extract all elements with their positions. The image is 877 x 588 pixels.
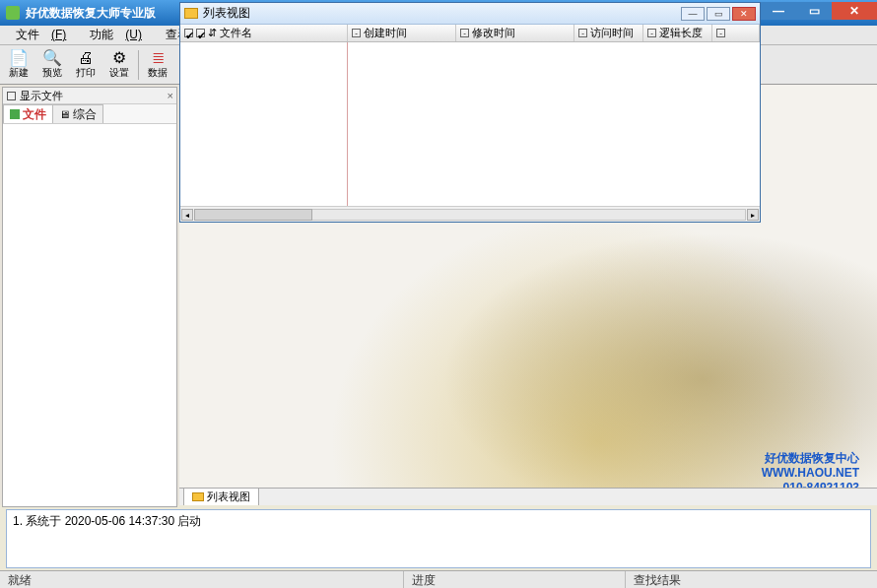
left-panel-close-button[interactable]: × (168, 90, 173, 101)
collapse-icon: - (460, 29, 469, 37)
menu-func[interactable]: 功能(U) (78, 25, 154, 45)
col-extra[interactable]: - (712, 25, 760, 41)
tb-new[interactable]: 📄新建 (2, 47, 35, 83)
child-window-icon (184, 8, 198, 19)
content-bottom-tabs: 列表视图 (179, 488, 877, 505)
tb-data[interactable]: ≣数据 (141, 47, 174, 83)
print-icon: 🖨 (78, 50, 94, 66)
collapse-icon: - (716, 29, 725, 37)
child-minimize-button[interactable]: — (681, 7, 705, 21)
tab-file[interactable]: 文件 (3, 104, 53, 123)
scroll-thumb[interactable] (194, 209, 312, 221)
listview-hscrollbar[interactable]: ◂ ▸ (180, 206, 760, 222)
tb-settings[interactable]: ⚙设置 (102, 47, 136, 83)
child-maximize-button[interactable]: ▭ (707, 7, 730, 21)
collapse-icon: - (647, 29, 656, 37)
status-result: 查找结果 (626, 571, 877, 588)
child-window-title: 列表视图 (203, 5, 250, 22)
window-title: 好优数据恢复大师专业版 (26, 5, 156, 22)
listview-tab-icon (192, 492, 204, 501)
left-panel-tabs: 文件 🖥综合 (3, 104, 176, 124)
tab-compre[interactable]: 🖥综合 (52, 104, 103, 123)
col-lsize[interactable]: -逻辑长度 (643, 25, 712, 41)
sort-icon: ⇵ (208, 27, 217, 39)
col-ctime[interactable]: -创建时间 (348, 25, 456, 41)
scroll-left-button[interactable]: ◂ (181, 209, 193, 221)
checkbox-icon[interactable]: ✔ (196, 29, 205, 37)
listview-left-pane (180, 42, 348, 206)
app-icon (6, 6, 20, 20)
log-line: 1. 系统于 2020-05-06 14:37:30 启动 (13, 513, 864, 530)
settings-icon: ⚙ (112, 50, 126, 66)
toolbar-separator (138, 50, 139, 80)
log-panel: 1. 系统于 2020-05-06 14:37:30 启动 (6, 509, 871, 568)
compre-tab-icon: 🖥 (59, 108, 70, 120)
listview-header: ✔ ✔ ⇵ 文件名 -创建时间 -修改时间 -访问时间 -逻辑长度 - (180, 25, 760, 42)
left-panel-title: 显示文件 (20, 89, 63, 103)
listview-right-pane (348, 42, 760, 206)
status-bar: 就绪 进度 查找结果 (0, 570, 877, 588)
preview-icon: 🔍 (42, 50, 62, 66)
file-tab-icon (10, 109, 20, 119)
listview-child-window: 列表视图 — ▭ ✕ ✔ ✔ ⇵ 文件名 -创建时间 -修改时间 -访问时间 -… (179, 2, 761, 223)
menu-file[interactable]: 文件(F) (4, 25, 78, 45)
window-maximize-button[interactable]: ▭ (796, 2, 832, 20)
col-filename[interactable]: ✔ ✔ ⇵ 文件名 (180, 25, 348, 41)
left-panel-header: 显示文件 × (3, 88, 176, 104)
bottom-tab-listview[interactable]: 列表视图 (183, 488, 259, 505)
status-progress: 进度 (404, 571, 626, 588)
collapse-icon: - (352, 29, 361, 37)
tb-print[interactable]: 🖨打印 (69, 47, 102, 83)
col-mtime[interactable]: -修改时间 (456, 25, 574, 41)
checkbox-icon[interactable]: ✔ (184, 29, 193, 37)
window-minimize-button[interactable]: — (761, 2, 796, 20)
left-panel: 显示文件 × 文件 🖥综合 (2, 87, 177, 507)
child-titlebar[interactable]: 列表视图 — ▭ ✕ (180, 3, 760, 25)
status-ready: 就绪 (0, 571, 404, 588)
collapse-icon: - (578, 29, 587, 37)
listview-body (180, 42, 760, 206)
child-close-button[interactable]: ✕ (732, 7, 756, 21)
tb-preview[interactable]: 🔍预览 (35, 47, 69, 83)
left-panel-body (3, 124, 176, 506)
scroll-right-button[interactable]: ▸ (747, 209, 759, 221)
col-atime[interactable]: -访问时间 (574, 25, 643, 41)
new-icon: 📄 (9, 50, 29, 66)
checkbox-icon[interactable] (7, 92, 16, 100)
data-icon: ≣ (152, 50, 165, 66)
window-close-button[interactable]: ✕ (832, 2, 877, 20)
